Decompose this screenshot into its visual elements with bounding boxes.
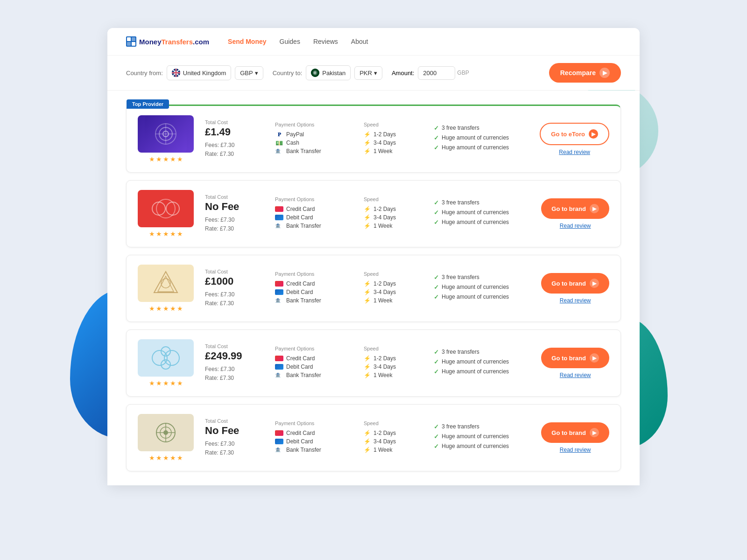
btn-arrow-icon: ▶ — [590, 353, 599, 363]
read-review-link[interactable]: Read review — [560, 372, 591, 378]
check-icon: ✓ — [434, 368, 439, 375]
speed-option: ⚡ 1-2 Days — [364, 131, 420, 138]
recompare-button[interactable]: Recompare ▶ — [549, 63, 621, 83]
check-icon: ✓ — [434, 443, 439, 450]
star-icon: ★ — [156, 155, 162, 163]
feature-label: Huge amount of currencies — [442, 284, 509, 290]
provider-logo-col: ★★★★★ — [138, 339, 194, 387]
feature-label: 3 free transfers — [442, 199, 479, 206]
cost-total: No Fee — [205, 201, 261, 213]
payment-option: Credit Card — [275, 206, 350, 212]
check-icon: ✓ — [434, 199, 439, 206]
check-icon: ✓ — [434, 294, 439, 301]
action-column: Go to brand ▶ Read review — [541, 273, 609, 304]
cost-fees: Fees: £7.30 — [205, 290, 261, 299]
payment-option-label: Bank Transfer — [286, 148, 321, 154]
currency-to-select[interactable]: PKR ▾ — [354, 66, 382, 80]
read-review-link[interactable]: Read review — [560, 223, 591, 229]
payment-option: 🏦 Bank Transfer — [275, 223, 350, 229]
feature-item: ✓ 3 free transfers — [434, 125, 529, 132]
amount-input[interactable] — [418, 66, 455, 80]
country-from-select[interactable]: United Kingdom — [167, 65, 232, 80]
go-to-brand-button[interactable]: Go to brand ▶ — [541, 198, 609, 219]
provider-card-brand5: ★★★★★ Total Cost No Fee Fees: £7.30 Rate… — [126, 404, 621, 471]
cost-total: £249.99 — [205, 350, 261, 362]
payment-option-label: Debit Card — [286, 438, 313, 445]
country-to-field: Country to: Pakistan PKR ▾ — [273, 65, 382, 80]
star-icon: ★ — [156, 305, 162, 312]
bolt-icon: ⚡ — [364, 430, 371, 436]
read-review-link[interactable]: Read review — [560, 447, 591, 453]
star-icon: ★ — [177, 230, 183, 238]
nav-send-money[interactable]: Send Money — [228, 38, 266, 45]
cost-column: Total Cost No Fee Fees: £7.30 Rate: £7.3… — [205, 194, 261, 233]
speed-column-label: Speed — [364, 271, 420, 277]
cost-label: Total Cost — [205, 194, 261, 200]
payment-option: 🏦 Bank Transfer — [275, 148, 350, 154]
logo-text: MoneyTransfers.com — [139, 38, 209, 46]
country-to-select[interactable]: Pakistan — [306, 65, 351, 80]
payment-option: Debit Card — [275, 214, 350, 221]
paypal-icon: 𝐏 — [275, 132, 283, 137]
star-icon: ★ — [177, 379, 183, 387]
speed-column-label: Speed — [364, 420, 420, 426]
check-icon: ✓ — [434, 274, 439, 281]
payment-options-label: Payment Options — [275, 196, 350, 202]
speed-option: ⚡ 3-4 Days — [364, 289, 420, 295]
country-from-label: Country from: — [126, 70, 163, 77]
bank-transfer-icon: 🏦 — [275, 148, 283, 154]
payment-option: Debit Card — [275, 289, 350, 295]
bolt-icon: ⚡ — [364, 223, 371, 229]
cost-fees: Fees: £7.30 — [205, 440, 261, 448]
feature-label: Huge amount of currencies — [442, 443, 509, 449]
bolt-icon: ⚡ — [364, 280, 371, 287]
features-column: ✓ 3 free transfers ✓ Huge amount of curr… — [434, 423, 530, 453]
bolt-icon: ⚡ — [364, 355, 371, 362]
debit-card-icon — [275, 289, 283, 295]
logo[interactable]: MoneyTransfers.com — [126, 36, 209, 47]
currency-from-value: GBP — [240, 70, 253, 77]
go-to-brand-button[interactable]: Go to eToro ▶ — [540, 123, 609, 145]
nav-about[interactable]: About — [351, 38, 368, 45]
speed-label: 1-2 Days — [374, 430, 396, 436]
provider-logo — [138, 414, 194, 451]
cost-fees: Fees: £7.30 — [205, 141, 261, 150]
nav-guides[interactable]: Guides — [280, 38, 300, 45]
feature-item: ✓ Huge amount of currencies — [434, 368, 530, 375]
country-to-value: Pakistan — [322, 70, 345, 77]
speed-option: ⚡ 3-4 Days — [364, 214, 420, 221]
provider-stars: ★★★★★ — [149, 230, 183, 238]
speed-label: 1-2 Days — [374, 280, 396, 287]
speed-label: 1 Week — [374, 372, 392, 378]
nav-reviews[interactable]: Reviews — [313, 38, 338, 45]
go-to-brand-button[interactable]: Go to brand ▶ — [541, 422, 609, 443]
country-from-value: United Kingdom — [183, 70, 226, 77]
cost-rate: Rate: £7.30 — [205, 224, 261, 233]
speed-column: Speed ⚡ 1-2 Days ⚡ 3-4 Days ⚡ 1 Week — [364, 122, 420, 156]
currency-from-select[interactable]: GBP ▾ — [235, 66, 263, 80]
payment-column: Payment Options Credit Card Debit Card 🏦… — [275, 271, 350, 306]
speed-option: ⚡ 1-2 Days — [364, 280, 420, 287]
speed-label: 3-4 Days — [374, 140, 396, 146]
star-icon: ★ — [156, 454, 162, 462]
star-icon: ★ — [163, 230, 169, 238]
bolt-icon: ⚡ — [364, 447, 371, 453]
speed-option: ⚡ 1 Week — [364, 447, 420, 453]
read-review-link[interactable]: Read review — [559, 149, 590, 155]
go-to-brand-button[interactable]: Go to brand ▶ — [541, 273, 609, 294]
btn-arrow-icon: ▶ — [590, 279, 599, 288]
action-column: Go to brand ▶ Read review — [541, 348, 609, 378]
check-icon: ✓ — [434, 144, 439, 151]
speed-column: Speed ⚡ 1-2 Days ⚡ 3-4 Days ⚡ 1 Week — [364, 271, 420, 306]
go-to-brand-button[interactable]: Go to brand ▶ — [541, 348, 609, 368]
speed-column-label: Speed — [364, 346, 420, 351]
speed-option: ⚡ 1-2 Days — [364, 206, 420, 212]
feature-item: ✓ Huge amount of currencies — [434, 358, 530, 365]
recompare-label: Recompare — [560, 69, 596, 77]
speed-option: ⚡ 3-4 Days — [364, 364, 420, 370]
speed-option: ⚡ 1 Week — [364, 372, 420, 378]
bank-transfer-icon: 🏦 — [275, 223, 283, 229]
read-review-link[interactable]: Read review — [560, 297, 591, 304]
cost-column: Total Cost No Fee Fees: £7.30 Rate: £7.3… — [205, 418, 261, 457]
header: MoneyTransfers.com Send Money Guides Rev… — [107, 28, 640, 56]
